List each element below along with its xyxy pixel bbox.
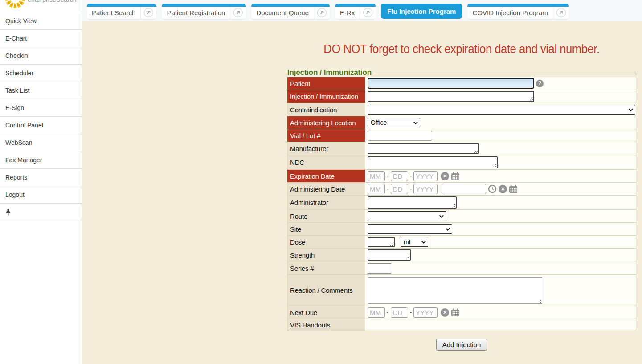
dose-unit-select[interactable]: mL	[401, 237, 428, 247]
sidebar-item-webscan[interactable]: WebScan	[0, 134, 82, 151]
tab-accent-bar	[335, 4, 376, 7]
administrator-input[interactable]	[368, 196, 457, 209]
chevron-down-icon	[446, 226, 450, 231]
row-administering-date: Administering Date -- ✕	[287, 183, 636, 196]
brand-text: enterpriseSearch	[28, 0, 77, 3]
field-label-next-due: Next Due	[287, 306, 366, 319]
field-label-vial-lot: Vial / Lot #	[287, 129, 366, 142]
administering-location-select[interactable]: Office	[368, 118, 420, 127]
field-label-administrator: Administrator	[287, 196, 366, 209]
site-select[interactable]	[368, 224, 452, 234]
content-area: DO NOT forget to check expiration date a…	[82, 21, 642, 364]
field-label-site: Site	[287, 223, 366, 235]
row-manufacturer: Manufacturer	[287, 142, 636, 155]
sidebar-pin-toggle[interactable]	[0, 204, 82, 221]
contraindication-select[interactable]	[368, 105, 635, 115]
expiration-day-input[interactable]	[391, 171, 408, 181]
main-area: Patient Search Patient Registration	[82, 0, 642, 364]
field-label-route: Route	[287, 210, 366, 222]
administering-year-input[interactable]	[413, 184, 438, 194]
row-next-due: Next Due -- ✕	[287, 306, 636, 319]
calendar-icon[interactable]	[509, 185, 518, 193]
sidebar-item-fax-manager[interactable]: Fax Manager	[0, 151, 82, 169]
next-due-year-input[interactable]	[413, 307, 438, 318]
row-strength: Strength	[287, 249, 636, 262]
field-label-injection: Injection / Immunization	[287, 90, 366, 103]
popout-icon[interactable]	[230, 7, 246, 19]
administering-time-input[interactable]	[442, 184, 486, 194]
field-label-patient: Patient	[287, 77, 366, 90]
administering-day-input[interactable]	[391, 184, 408, 194]
expiration-year-input[interactable]	[413, 171, 438, 181]
clear-date-icon[interactable]: ✕	[441, 308, 449, 317]
tab-document-queue[interactable]: Document Queue	[251, 4, 330, 19]
next-due-day-input[interactable]	[391, 307, 408, 318]
injection-form: Injection / Immunization Patient ? Injec…	[287, 68, 636, 331]
tab-covid-injection-program[interactable]: COVID Injection Program	[467, 4, 568, 19]
popout-icon[interactable]	[140, 7, 156, 19]
add-injection-button[interactable]: Add Injection	[436, 339, 487, 351]
tab-patient-search[interactable]: Patient Search	[87, 4, 156, 19]
clock-icon[interactable]	[488, 184, 497, 193]
dose-input[interactable]	[368, 237, 395, 247]
field-label-ndc: NDC	[287, 155, 366, 169]
series-input[interactable]	[368, 263, 391, 274]
tab-flu-injection-program[interactable]: Flu Injection Program	[381, 4, 462, 19]
popout-icon[interactable]	[553, 7, 569, 19]
manufacturer-input[interactable]	[368, 143, 479, 154]
sidebar-item-e-sign[interactable]: E-Sign	[0, 99, 82, 117]
injection-immunization-input[interactable]	[368, 91, 534, 102]
tab-accent-bar	[251, 4, 330, 7]
popout-icon[interactable]	[360, 7, 376, 19]
field-label-series: Series #	[287, 262, 366, 274]
clear-date-icon[interactable]: ✕	[499, 185, 507, 193]
form-legend: Injection / Immunization	[287, 68, 375, 77]
sidebar-item-reports[interactable]: Reports	[0, 169, 82, 186]
help-icon[interactable]: ?	[536, 80, 544, 87]
chevron-down-icon	[629, 107, 633, 111]
chevron-down-icon	[439, 213, 444, 218]
row-site: Site	[287, 223, 636, 236]
row-injection-immunization: Injection / Immunization	[287, 90, 636, 103]
popout-icon[interactable]	[314, 7, 330, 19]
row-ndc: NDC	[287, 155, 636, 170]
row-administering-location: Administering Location Office	[287, 116, 636, 129]
vis-handouts-link-cell: VIS Handouts	[287, 319, 366, 331]
calendar-icon[interactable]	[451, 172, 460, 180]
ndc-input[interactable]	[368, 156, 498, 168]
tab-patient-registration[interactable]: Patient Registration	[162, 4, 246, 19]
chevron-down-icon	[421, 239, 426, 244]
vial-lot-input[interactable]	[368, 131, 432, 141]
sidebar-item-task-list[interactable]: Task List	[0, 82, 82, 99]
vis-handouts-link[interactable]: VIS Handouts	[290, 321, 330, 329]
sidebar-item-control-panel[interactable]: Control Panel	[0, 117, 82, 134]
tab-bar: Patient Search Patient Registration	[82, 0, 642, 21]
warning-banner: DO NOT forget to check expiration date a…	[296, 42, 628, 56]
tab-e-rx[interactable]: E-Rx	[335, 4, 376, 19]
sidebar-item-logout[interactable]: Logout	[0, 186, 82, 204]
chevron-down-icon	[413, 120, 418, 124]
sidebar-item-scheduler[interactable]: Scheduler	[0, 65, 82, 82]
clear-date-icon[interactable]: ✕	[441, 172, 449, 180]
field-label-administering-date: Administering Date	[287, 183, 366, 195]
sidebar-item-quick-view[interactable]: Quick View	[0, 12, 82, 30]
sidebar: enterpriseSearch Quick View E-Chart Chec…	[0, 0, 82, 364]
next-due-month-input[interactable]	[368, 307, 385, 318]
reaction-comments-input[interactable]	[368, 277, 542, 304]
expiration-month-input[interactable]	[368, 171, 385, 181]
field-label-reaction-comments: Reaction / Comments	[287, 275, 366, 306]
field-label-strength: Strength	[287, 249, 366, 262]
tab-accent-bar	[467, 4, 568, 7]
sidebar-item-e-chart[interactable]: E-Chart	[0, 30, 82, 47]
row-vial-lot: Vial / Lot #	[287, 129, 636, 142]
sidebar-item-checkin[interactable]: Checkin	[0, 47, 82, 65]
patient-input[interactable]	[368, 78, 534, 89]
route-select[interactable]	[368, 211, 446, 221]
administering-month-input[interactable]	[368, 184, 385, 194]
logo-area: enterpriseSearch	[0, 0, 82, 12]
strength-input[interactable]	[368, 249, 411, 261]
field-label-manufacturer: Manufacturer	[287, 142, 366, 155]
row-reaction-comments: Reaction / Comments	[287, 275, 636, 306]
calendar-icon[interactable]	[451, 308, 460, 317]
field-label-administering-location: Administering Location	[287, 116, 366, 129]
